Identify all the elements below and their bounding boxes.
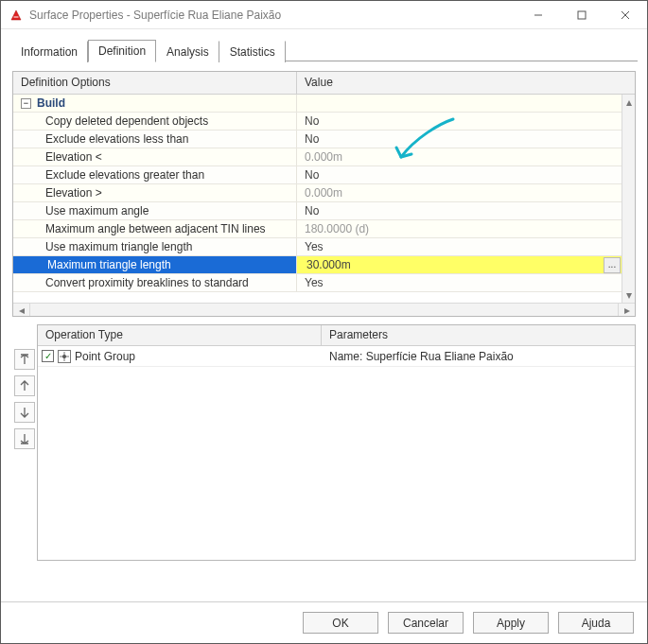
horizontal-scrollbar[interactable]: ◂ ▸ [13, 303, 635, 316]
grid-header-options: Definition Options [13, 72, 297, 94]
move-top-button[interactable] [14, 349, 35, 370]
grid-row[interactable]: Maximum angle between adjacent TIN lines… [13, 220, 622, 238]
app-icon [9, 8, 24, 23]
grid-body: −Build Copy deleted dependent objects No… [13, 95, 622, 303]
scroll-left-icon[interactable]: ◂ [13, 304, 30, 316]
operation-row[interactable]: Point Group Name: Superfície Rua Eliane … [38, 346, 635, 367]
operations-area: Operation Type Parameters Point Group Na… [12, 324, 636, 561]
ellipsis-button[interactable]: ... [604, 257, 621, 273]
operation-checkbox[interactable] [42, 350, 54, 362]
ops-header-params: Parameters [322, 325, 635, 345]
move-bottom-button[interactable] [14, 428, 35, 449]
help-button[interactable]: Ajuda [558, 612, 634, 634]
tab-analysis[interactable]: Analysis [156, 41, 219, 62]
operation-side-buttons [12, 324, 37, 561]
window-title: Surface Properties - Superfície Rua Elia… [29, 9, 517, 22]
grid-row-selected[interactable]: Maximum triangle length 30.000m ... [13, 256, 622, 274]
ops-header-type: Operation Type [38, 325, 322, 345]
tab-statistics[interactable]: Statistics [219, 41, 286, 62]
grid-row[interactable]: Convert proximity breaklines to standard… [13, 274, 622, 292]
operation-params-label: Name: Superfície Rua Eliane Paixão [322, 350, 635, 363]
titlebar: Surface Properties - Superfície Rua Elia… [1, 1, 647, 29]
grid-row[interactable]: Exclude elevations less than No [13, 131, 622, 148]
svg-rect-1 [578, 11, 586, 19]
grid-row[interactable]: Use maximum triangle length Yes [13, 238, 622, 256]
vertical-scrollbar[interactable]: ▴ ▾ [622, 95, 635, 303]
grid-row[interactable]: Exclude elevations greater than No [13, 166, 622, 184]
operations-header: Operation Type Parameters [38, 325, 635, 346]
apply-button[interactable]: Apply [473, 612, 549, 634]
tab-definition[interactable]: Definition [88, 40, 156, 62]
maximize-button[interactable] [560, 1, 604, 28]
dialog-footer: OK Cancelar Apply Ajuda [1, 601, 647, 643]
grid-header: Definition Options Value [13, 72, 635, 95]
minimize-button[interactable] [517, 1, 560, 28]
point-group-icon [58, 350, 71, 363]
dialog-window: Surface Properties - Superfície Rua Elia… [0, 0, 648, 644]
grid-row[interactable]: Elevation > 0.000m [13, 184, 622, 202]
grid-group-build[interactable]: −Build [13, 95, 622, 113]
grid-row[interactable]: Use maximum angle No [13, 202, 622, 220]
scroll-up-icon[interactable]: ▴ [622, 95, 635, 110]
close-button[interactable] [604, 1, 647, 28]
operation-type-label: Point Group [75, 350, 135, 363]
move-down-button[interactable] [14, 402, 35, 423]
cancel-button[interactable]: Cancelar [388, 612, 464, 634]
window-controls [517, 1, 647, 28]
scroll-down-icon[interactable]: ▾ [622, 287, 635, 303]
tab-strip: Information Definition Analysis Statisti… [1, 29, 647, 61]
grid-row[interactable]: Copy deleted dependent objects No [13, 113, 622, 131]
definition-grid: Definition Options Value −Build Copy del… [12, 71, 636, 317]
move-up-button[interactable] [14, 375, 35, 396]
scroll-right-icon[interactable]: ▸ [618, 304, 635, 316]
collapse-icon[interactable]: − [21, 98, 31, 109]
tab-information[interactable]: Information [10, 41, 88, 62]
grid-row[interactable]: Elevation < 0.000m [13, 148, 622, 166]
dialog-body: Definition Options Value −Build Copy del… [1, 61, 647, 601]
ok-button[interactable]: OK [303, 612, 378, 634]
operations-grid: Operation Type Parameters Point Group Na… [37, 324, 636, 561]
grid-header-value: Value [297, 72, 635, 94]
